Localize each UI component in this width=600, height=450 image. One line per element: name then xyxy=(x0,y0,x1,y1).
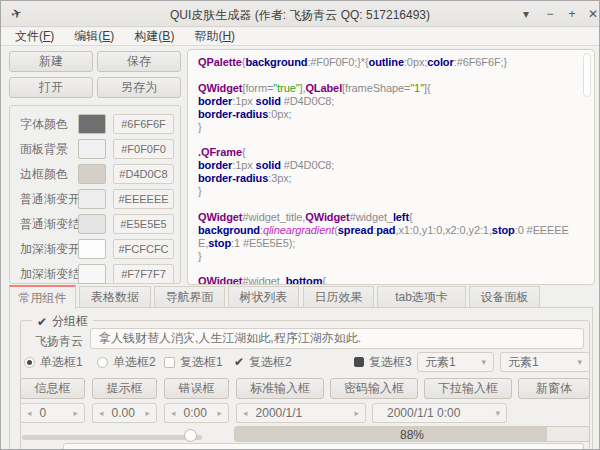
tab-2[interactable]: 导航界面 xyxy=(154,286,225,307)
code-token: background xyxy=(245,56,307,68)
combo-box-1[interactable]: 元素1▾ xyxy=(500,352,590,372)
color-hex-input[interactable]: #F7F7F7 xyxy=(113,264,174,284)
code-token: { xyxy=(409,211,413,223)
spin-right-icon[interactable]: ▸ xyxy=(217,408,222,418)
color-hex-input[interactable]: #F0F0F0 xyxy=(113,139,174,159)
code-token: :1px xyxy=(232,159,255,171)
spin-left-icon[interactable]: ◂ xyxy=(171,408,176,418)
chevron-down-icon: ▾ xyxy=(495,408,500,418)
dialog-button-5[interactable]: 下拉输入框 xyxy=(424,378,512,399)
tab-5[interactable]: tab选项卡 xyxy=(377,286,466,307)
color-row-label: 面板背景 xyxy=(20,139,68,159)
code-token: qlineargradient xyxy=(263,224,334,236)
spinner-3[interactable]: ◂2000/1/1▸ xyxy=(236,403,366,423)
code-token: :#6F6F6F;} xyxy=(454,56,507,68)
checkbox-0[interactable]: 复选框1 xyxy=(164,352,223,372)
bottom-textedit[interactable]: 拿人钱财替人消灾,人生江湖如此,程序江湖亦如此. xyxy=(63,443,584,450)
tab-1[interactable]: 表格数据 xyxy=(79,286,151,307)
spinner-2[interactable]: ◂0:00▸ xyxy=(164,403,229,423)
file-button-1[interactable]: 保存 xyxy=(97,51,181,72)
dialog-button-3[interactable]: 标准输入框 xyxy=(236,378,324,399)
menu-item-b[interactable]: 构建(B) xyxy=(124,28,184,45)
checkbox-1[interactable]: ✔复选框2 xyxy=(234,352,292,372)
close-button[interactable]: ✕ xyxy=(584,6,600,22)
spin-right-icon[interactable]: ▸ xyxy=(73,408,78,418)
code-line xyxy=(198,133,578,146)
qss-code: QPalette{background:#F0F0F0;}*{outline:0… xyxy=(198,56,578,285)
code-token: { xyxy=(322,275,326,285)
tab-6[interactable]: 设备面板 xyxy=(469,286,540,307)
dialog-button-4[interactable]: 密码输入框 xyxy=(330,378,418,399)
quote-input[interactable] xyxy=(90,328,584,349)
maximize-button[interactable]: + xyxy=(563,6,581,22)
spinner-0[interactable]: ◂0▸ xyxy=(20,403,85,423)
title-bar: ✈ QUI皮肤生成器 (作者: 飞扬青云 QQ: 517216493) ▾ − … xyxy=(1,1,599,27)
minimize-button[interactable]: − xyxy=(541,6,559,22)
menu-item-f[interactable]: 文件(F) xyxy=(5,28,64,45)
window-title: QUI皮肤生成器 (作者: 飞扬青云 QQ: 517216493) xyxy=(1,7,599,24)
dialog-button-2[interactable]: 错误框 xyxy=(164,378,229,399)
radio-1[interactable]: 单选框2 xyxy=(97,352,156,372)
color-hex-input[interactable]: #6F6F6F xyxy=(113,114,174,134)
spin-left-icon[interactable]: ◂ xyxy=(27,408,32,418)
qss-editor[interactable]: QPalette{background:#F0F0F0;}*{outline:0… xyxy=(187,49,595,285)
code-token: :3px; xyxy=(268,172,291,184)
dialog-button-1[interactable]: 提示框 xyxy=(92,378,157,399)
menu-access-key: E xyxy=(102,29,110,43)
checkbox-label: 复选框1 xyxy=(180,354,223,371)
menu-item-e[interactable]: 编辑(E) xyxy=(64,28,124,45)
spin-left-icon[interactable]: ◂ xyxy=(99,408,104,418)
combo-box-0[interactable]: 元素1▾ xyxy=(417,352,494,372)
code-token: { xyxy=(242,146,246,158)
code-token: "1" xyxy=(410,82,424,94)
tab-3[interactable]: 树状列表 xyxy=(228,286,299,307)
color-swatch[interactable] xyxy=(78,114,106,134)
dialog-button-0[interactable]: 信息框 xyxy=(20,378,85,399)
tab-0[interactable]: 常用组件 xyxy=(9,285,76,309)
color-swatch[interactable] xyxy=(78,139,106,159)
code-token: outline xyxy=(369,56,404,68)
color-swatch[interactable] xyxy=(78,239,106,259)
radio-0[interactable]: 单选框1 xyxy=(24,352,83,372)
app-window: ✈ QUI皮肤生成器 (作者: 飞扬青云 QQ: 517216493) ▾ − … xyxy=(0,0,600,450)
menu-item-h[interactable]: 帮助(H) xyxy=(184,28,245,45)
groupbox-checkbox[interactable]: ✔ 分组框 xyxy=(32,313,93,330)
color-swatch[interactable] xyxy=(78,164,106,184)
file-button-3[interactable]: 另存为 xyxy=(97,77,181,98)
code-token: QWidget xyxy=(198,211,242,223)
tab-4[interactable]: 日历效果 xyxy=(303,286,374,307)
color-row-label: 字体颜色 xyxy=(20,114,68,134)
spin-left-icon[interactable]: ◂ xyxy=(243,408,248,418)
color-swatch[interactable] xyxy=(78,264,106,284)
code-token: #D4D0C8; xyxy=(281,159,335,171)
color-hex-input[interactable]: #D4D0C8 xyxy=(113,164,174,184)
editor-scrollbar-thumb[interactable] xyxy=(583,53,591,97)
file-button-2[interactable]: 打开 xyxy=(9,77,93,98)
code-token: #D4D0C8; xyxy=(281,95,335,107)
color-swatch[interactable] xyxy=(78,189,106,209)
code-token: } xyxy=(198,121,202,133)
spin-right-icon[interactable]: ▸ xyxy=(145,408,150,418)
code-token: stop xyxy=(492,224,515,236)
slider-track[interactable] xyxy=(22,435,202,440)
code-token: bottom xyxy=(286,275,323,285)
spinner-value: 2000/1/1 xyxy=(256,406,303,420)
spinner-4[interactable]: 2000/1/1 0:00▾ xyxy=(372,403,507,423)
spinner-1[interactable]: ◂0.00▸ xyxy=(92,403,157,423)
code-token: border xyxy=(198,95,232,107)
titlebar-menu-arrow-icon[interactable]: ▾ xyxy=(517,6,535,22)
spin-right-icon[interactable]: ▸ xyxy=(354,408,359,418)
code-token: stop xyxy=(208,237,231,249)
code-line: border:1px solid #D4D0C8; xyxy=(198,95,578,108)
code-token: QWidget xyxy=(198,82,242,94)
slider-handle[interactable] xyxy=(184,429,197,442)
color-swatch[interactable] xyxy=(78,214,106,234)
color-hex-input[interactable]: #E5E5E5 xyxy=(113,214,174,234)
checkbox-2[interactable]: 复选框3 xyxy=(354,352,412,372)
checkbox-indicator-icon xyxy=(354,357,364,367)
dialog-button-6[interactable]: 新窗体 xyxy=(518,378,590,399)
file-button-0[interactable]: 新建 xyxy=(9,51,93,72)
color-hex-input[interactable]: #FCFCFC xyxy=(113,239,174,259)
color-hex-input[interactable]: #EEEEEE xyxy=(113,189,174,209)
code-token: pad xyxy=(376,224,395,236)
